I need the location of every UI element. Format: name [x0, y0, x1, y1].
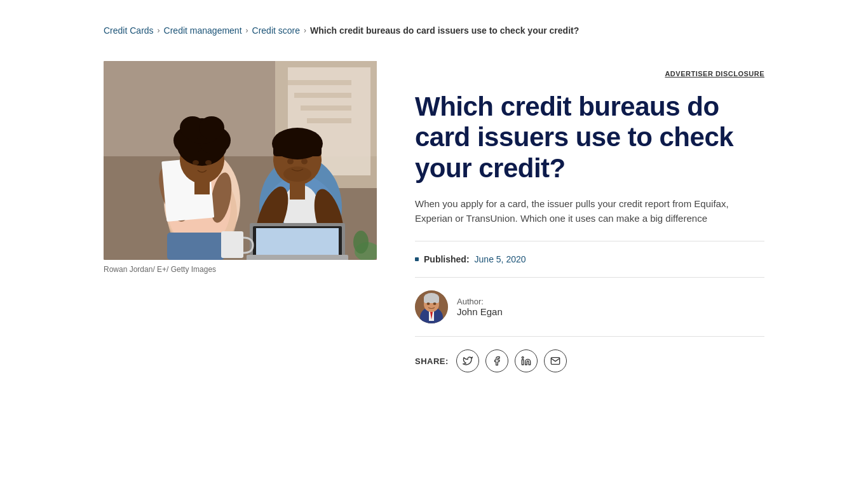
svg-point-56 [522, 357, 524, 359]
svg-rect-23 [194, 179, 210, 194]
svg-rect-39 [290, 180, 305, 200]
author-avatar [415, 290, 448, 323]
author-info: Author: John Egan [457, 297, 503, 317]
breadcrumb-current-page: Which credit bureaus do card issuers use… [310, 25, 579, 36]
email-icon [550, 356, 560, 366]
svg-point-24 [193, 160, 199, 165]
svg-point-53 [427, 302, 430, 305]
svg-point-54 [433, 302, 437, 305]
breadcrumb-separator-3: › [304, 26, 306, 35]
share-email-button[interactable] [544, 349, 567, 372]
svg-point-22 [199, 116, 224, 139]
breadcrumb-separator-1: › [158, 26, 160, 35]
svg-rect-35 [247, 255, 348, 260]
article-image-column: Rowan Jordan/ E+/ Getty Images [104, 61, 377, 274]
divider-bottom [415, 336, 764, 337]
advertiser-disclosure: ADVERTISER DISCLOSURE [415, 67, 764, 79]
author-row: Author: John Egan [415, 290, 764, 323]
linkedin-icon [521, 356, 531, 366]
svg-rect-38 [273, 137, 322, 156]
author-label: Author: [457, 297, 503, 306]
author-name: John Egan [457, 306, 503, 317]
divider-top [415, 241, 764, 241]
published-row: Published: June 5, 2020 [415, 254, 764, 264]
breadcrumb-link-credit-management[interactable]: Credit management [164, 25, 242, 36]
divider-middle [415, 277, 764, 278]
svg-rect-8 [307, 118, 351, 123]
svg-point-25 [205, 160, 212, 165]
twitter-icon [463, 356, 473, 366]
advertiser-disclosure-link[interactable]: ADVERTISER DISCLOSURE [665, 70, 764, 78]
published-label: Published: [424, 254, 470, 264]
published-date: June 5, 2020 [475, 254, 526, 264]
article-subtitle: When you apply for a card, the issuer pu… [415, 196, 764, 226]
article-info-column: ADVERTISER DISCLOSURE Which credit burea… [415, 61, 764, 372]
article-image [104, 61, 377, 260]
svg-rect-7 [301, 105, 351, 111]
article-layout: Rowan Jordan/ E+/ Getty Images ADVERTISE… [104, 61, 764, 372]
share-label: SHARE: [415, 356, 449, 366]
share-icons [456, 349, 567, 372]
facebook-icon [492, 356, 502, 366]
published-indicator [415, 257, 419, 261]
article-title: Which credit bureaus do card issuers use… [415, 92, 764, 184]
breadcrumb: Credit Cards › Credit management › Credi… [104, 25, 764, 36]
svg-rect-55 [522, 360, 524, 365]
svg-point-40 [287, 159, 294, 165]
share-twitter-button[interactable] [456, 349, 479, 372]
svg-rect-43 [221, 231, 243, 258]
breadcrumb-separator-2: › [246, 26, 248, 35]
svg-rect-5 [288, 80, 351, 85]
breadcrumb-link-credit-cards[interactable]: Credit Cards [104, 25, 154, 36]
svg-point-42 [283, 166, 311, 182]
svg-point-41 [301, 159, 308, 165]
share-facebook-button[interactable] [485, 349, 508, 372]
image-caption: Rowan Jordan/ E+/ Getty Images [104, 265, 377, 274]
svg-rect-12 [167, 233, 224, 260]
breadcrumb-link-credit-score[interactable]: Credit score [252, 25, 300, 36]
share-linkedin-button[interactable] [515, 349, 538, 372]
svg-rect-52 [424, 297, 439, 303]
share-row: SHARE: [415, 349, 764, 372]
svg-point-45 [353, 231, 369, 254]
svg-rect-6 [294, 93, 351, 98]
